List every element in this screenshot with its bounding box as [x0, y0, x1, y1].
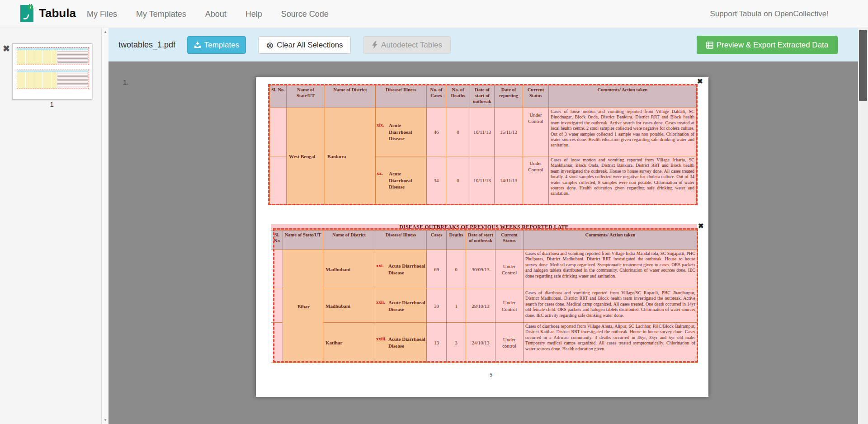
selection-1-close-icon[interactable]: ✖ — [697, 78, 703, 85]
nav-my-files[interactable]: My Files — [87, 9, 117, 19]
autodetect-tables-button[interactable]: Autodetect Tables — [363, 36, 451, 54]
tabula-app: Tabula My Files My Templates About Help … — [0, 0, 868, 424]
thumbnail-table-text — [57, 50, 89, 65]
sidebar-scrollbar[interactable]: ▲ ▼ — [101, 28, 108, 424]
preview-export-button[interactable]: Preview & Export Extracted Data — [697, 36, 838, 54]
thumbnail-table-cells — [17, 72, 57, 89]
nav-source-code[interactable]: Source Code — [281, 9, 329, 19]
export-table-icon — [706, 42, 713, 49]
thumbnail-selection-2 — [17, 70, 89, 89]
templates-button-label: Templates — [204, 41, 239, 50]
clear-selections-icon: ⊗ — [266, 41, 274, 50]
nav-about[interactable]: About — [205, 9, 226, 19]
nav-my-templates[interactable]: My Templates — [136, 9, 186, 19]
templates-button[interactable]: Templates — [187, 36, 246, 54]
table-selection-2[interactable] — [273, 228, 698, 363]
thumbnail-selection-1 — [17, 47, 89, 65]
selection-2-close-icon[interactable]: ✖ — [698, 222, 704, 229]
brand-name: Tabula — [39, 6, 76, 20]
document-scrollbar[interactable] — [858, 28, 868, 424]
clear-all-selections-button[interactable]: ⊗ Clear All Selections — [258, 36, 351, 54]
support-link[interactable]: Support Tabula on OpenCollective! — [710, 0, 829, 28]
pdf-page-number: 5 — [480, 372, 502, 378]
lightning-icon — [372, 41, 378, 49]
table-selection-1[interactable] — [268, 84, 698, 205]
export-button-label: Preview & Export Extracted Data — [717, 41, 829, 50]
page-thumbnail[interactable] — [12, 43, 92, 99]
page-ordinal-label: 1. — [123, 78, 129, 86]
main-nav: My Files My Templates About Help Source … — [87, 0, 329, 28]
pdf-page-canvas[interactable]: Sl. No. Name of State/UT Name of Distric… — [256, 77, 708, 397]
thumbnail-page-number: 1 — [12, 100, 91, 108]
scroll-down-icon[interactable]: ▼ — [102, 418, 109, 422]
clear-button-label: Clear All Selections — [277, 41, 343, 50]
top-navbar: Tabula My Files My Templates About Help … — [0, 0, 868, 28]
thumbnail-table-body — [17, 50, 89, 65]
thumbnail-table-cells — [17, 50, 57, 65]
remove-page-icon[interactable]: ✖ — [3, 43, 10, 54]
thumbnail-table-text — [57, 72, 89, 89]
document-scrollbar-thumb[interactable] — [859, 30, 867, 101]
nav-help[interactable]: Help — [245, 9, 262, 19]
brand-home-link[interactable]: Tabula — [19, 4, 76, 22]
tabula-logo-icon — [19, 4, 34, 22]
document-toolbar: twotables_1.pdf Templates ⊗ Clear All Se… — [108, 28, 858, 61]
scroll-up-icon[interactable]: ▲ — [102, 30, 109, 34]
thumbnail-table-body — [17, 72, 89, 89]
autodetect-button-label: Autodetect Tables — [381, 41, 442, 50]
document-filename: twotables_1.pdf — [118, 28, 175, 61]
page-thumbnails-sidebar: ✖ 1 ▲ ▼ — [0, 28, 108, 424]
templates-icon — [194, 42, 201, 48]
